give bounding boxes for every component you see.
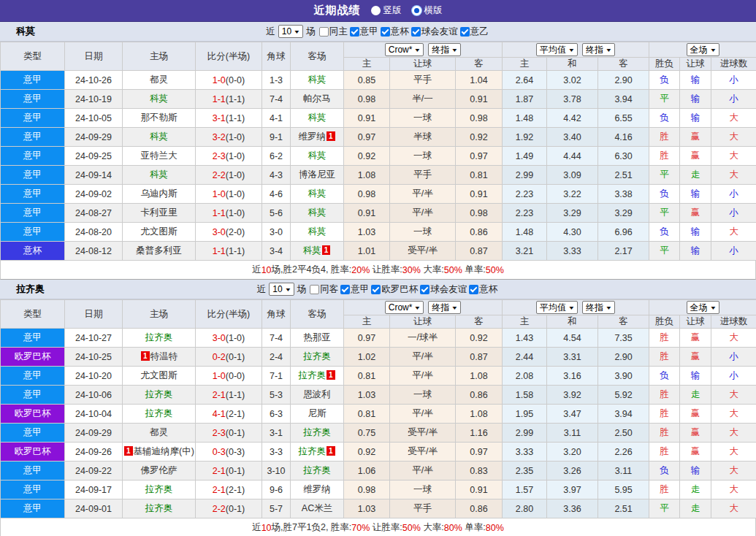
team-label: 那不勒斯 xyxy=(141,112,177,123)
fulltime-score: 1-1 xyxy=(213,94,226,104)
league-checkbox-1[interactable] xyxy=(381,27,390,37)
avg-draw-odds: 3.26 xyxy=(547,462,598,481)
radio-unselected-icon xyxy=(371,6,381,15)
handicap-line: 一/球半 xyxy=(390,329,456,348)
score-cell: 1-0(0-0) xyxy=(196,71,262,90)
handicap-group-header: Crow*▼ 终指▼ xyxy=(344,300,503,315)
layout-radio-vertical[interactable]: 竖版 xyxy=(371,4,402,17)
bookmaker-select[interactable]: Crow*▼ xyxy=(385,301,424,314)
team-label: 帕尔马 xyxy=(303,93,331,104)
same-venue-checkbox[interactable] xyxy=(319,27,329,37)
halftime-score: (1-0) xyxy=(226,170,245,180)
col-header-home: 主场 xyxy=(123,300,196,329)
halftime-score: (1-0) xyxy=(226,333,245,343)
halftime-score: (0-0) xyxy=(226,371,245,381)
result-handicap: 输 xyxy=(680,109,711,128)
score-cell: 3-2(1-0) xyxy=(196,128,262,147)
league-type-cell: 意甲 xyxy=(1,329,65,348)
col-header-date: 日期 xyxy=(65,42,123,71)
league-checkbox-3[interactable] xyxy=(460,27,470,37)
corner-count: 2-4 xyxy=(262,348,291,367)
avg-away-odds: 3.29 xyxy=(598,204,649,223)
match-date: 24-10-06 xyxy=(65,386,123,405)
sub-header-winloss: 胜负 xyxy=(649,58,680,71)
league-checkbox-2[interactable] xyxy=(420,285,429,294)
score-cell: 2-1(0-1) xyxy=(196,462,262,481)
match-row: 意甲 24-09-17 拉齐奥 2-1(2-1) 9-6 维罗纳 0.98 一球… xyxy=(1,481,756,499)
handicap-line: 半/一 xyxy=(390,90,456,109)
handicap-home-odds: 0.81 xyxy=(344,405,390,424)
average-index-select[interactable]: 终指▼ xyxy=(582,43,615,56)
chevron-down-icon: ▼ xyxy=(568,305,576,310)
scope-select[interactable]: 全场▼ xyxy=(687,43,719,56)
away-team: 维罗纳1 xyxy=(291,128,344,147)
handicap-home-odds: 0.91 xyxy=(344,109,390,128)
avg-home-odds: 1.48 xyxy=(503,223,547,242)
handicap-away-odds: 1.08 xyxy=(456,405,503,424)
avg-draw-odds: 3.33 xyxy=(547,242,598,261)
league-label-2: 球会友谊 xyxy=(430,283,467,296)
bookmaker-select[interactable]: Crow*▼ xyxy=(385,43,424,56)
league-type-cell: 意杯 xyxy=(1,242,65,261)
league-checkbox-1[interactable] xyxy=(371,285,381,294)
sub-header-handicap-line: 让球 xyxy=(390,58,456,71)
sub-header-handicap-result: 让球 xyxy=(680,315,711,329)
team-label: 科莫 xyxy=(150,93,168,104)
match-row: 欧罗巴杯 24-10-04 拉齐奥 4-1(2-1) 6-3 尼斯 0.81 平… xyxy=(1,405,756,424)
league-checkbox-2[interactable] xyxy=(411,27,421,37)
avg-away-odds: 2.26 xyxy=(598,443,649,462)
match-row: 意甲 24-10-20 尤文图斯 1-0(0-0) 7-1 拉齐奥1 0.81 … xyxy=(1,367,756,386)
handicap-home-odds: 0.97 xyxy=(344,128,390,147)
match-row: 意甲 24-10-27 拉齐奥 3-0(1-0) 7-4 热那亚 0.97 一/… xyxy=(1,329,756,348)
average-select[interactable]: 平均值▼ xyxy=(536,43,578,56)
avg-away-odds: 3.90 xyxy=(598,367,649,386)
rounds-select[interactable]: 10 ▼ xyxy=(269,283,294,296)
rounds-select[interactable]: 10 ▼ xyxy=(278,25,303,38)
summary-segment: 20% xyxy=(351,265,370,275)
score-cell: 0-2(0-1) xyxy=(196,348,262,367)
corner-count: 9-1 xyxy=(262,128,291,147)
home-team: 卡利亚里 xyxy=(123,204,196,223)
handicap-home-odds: 0.85 xyxy=(344,71,390,90)
handicap-home-odds: 0.98 xyxy=(344,185,390,204)
chevron-down-icon: ▼ xyxy=(606,305,613,310)
result-goals: 大 xyxy=(711,481,756,499)
summary-segment: 近 xyxy=(252,521,261,534)
summary-segment: 10 xyxy=(261,265,272,275)
red-card-badge: 1 xyxy=(327,446,335,456)
home-team: 拉齐奥 xyxy=(123,386,196,405)
home-team: 拉齐奥 xyxy=(123,329,196,348)
handicap-home-odds: 0.75 xyxy=(344,424,390,443)
handicap-line: 平/半 xyxy=(390,367,456,386)
handicap-index-select[interactable]: 终指▼ xyxy=(428,301,461,314)
average-select[interactable]: 平均值▼ xyxy=(536,301,578,314)
result-goals: 大 xyxy=(711,424,756,443)
layout-radio-horizontal[interactable]: 横版 xyxy=(412,4,443,17)
league-checkbox-0[interactable] xyxy=(350,27,359,37)
match-date: 24-10-26 xyxy=(65,71,123,90)
score-cell: 3-0(1-0) xyxy=(196,329,262,348)
average-index-select[interactable]: 终指▼ xyxy=(582,301,615,314)
league-type-cell: 意甲 xyxy=(1,424,65,443)
home-team: 科莫 xyxy=(123,166,196,185)
away-team: 热那亚 xyxy=(291,329,344,348)
league-checkbox-0[interactable] xyxy=(340,285,350,294)
league-checkbox-3[interactable] xyxy=(469,285,478,294)
home-team: 桑普多利亚 xyxy=(123,242,196,261)
same-venue-checkbox[interactable] xyxy=(310,285,319,294)
handicap-index-select[interactable]: 终指▼ xyxy=(428,43,461,56)
chevron-down-icon: ▼ xyxy=(709,305,717,310)
scope-select[interactable]: 全场▼ xyxy=(687,301,719,314)
avg-draw-odds: 3.36 xyxy=(547,499,598,518)
home-team: 拉齐奥 xyxy=(123,405,196,424)
avg-away-odds: 2.50 xyxy=(598,424,649,443)
match-date: 24-09-26 xyxy=(65,443,123,462)
recent-results-page: 近期战绩 竖版 横版 科莫 近 10 ▼ 场 同主 意甲 意杯 球会友谊 意乙 xyxy=(0,0,756,536)
como-summary: 近10场,胜2平4负4, 胜率:20% 让胜率:30% 大率:50% 单率:50… xyxy=(0,261,756,280)
league-type-cell: 欧罗巴杯 xyxy=(1,405,65,424)
corner-count: 7-4 xyxy=(262,90,291,109)
halftime-score: (1-1) xyxy=(226,390,245,400)
result-goals: 小 xyxy=(711,242,756,261)
handicap-line: 一球 xyxy=(390,386,456,405)
handicap-away-odds: 0.97 xyxy=(456,147,503,166)
